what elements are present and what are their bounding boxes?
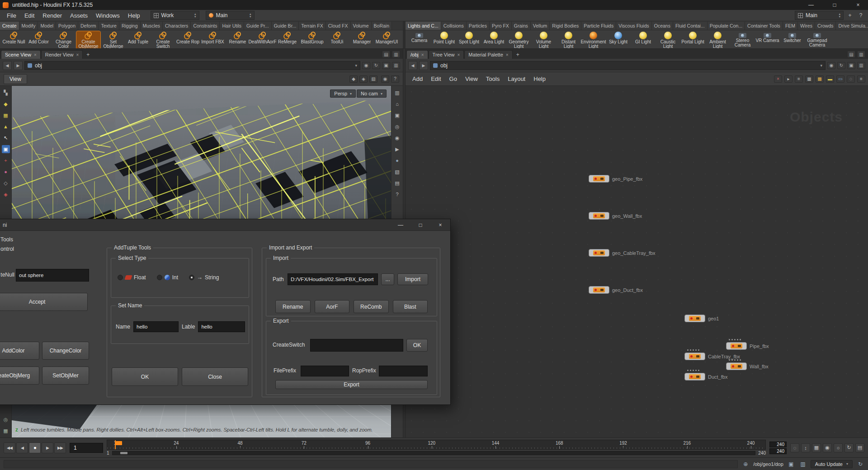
shelf-tab-characters[interactable]: Characters: [163, 22, 191, 30]
pane-menu-icon[interactable]: ▤: [382, 51, 390, 58]
blast-button[interactable]: Blast: [393, 300, 428, 313]
play-reverse-button[interactable]: ◀: [16, 442, 28, 453]
playhead[interactable]: [115, 440, 116, 449]
shelf-tab-crowds[interactable]: Crowds: [815, 22, 836, 30]
close-tab-icon[interactable]: ×: [76, 52, 79, 57]
grid-toggle-icon[interactable]: ▦: [2, 427, 10, 435]
network-canvas[interactable]: Objects geo_Pipe_fbxgeo_Wall_fbxgeo_Cabl…: [406, 86, 868, 437]
timeline[interactable]: 124487296120144168192216240: [107, 440, 766, 450]
window-maximize-button[interactable]: □: [825, 0, 844, 10]
import-path-field[interactable]: D:/VFX/Houdini/02.Sim/FBX_Export: [288, 273, 378, 285]
ropprefix-field[interactable]: [379, 366, 428, 376]
shelf-tab-lights-and-c[interactable]: Lights and C...: [406, 22, 441, 30]
pane-split-icon[interactable]: ▥: [392, 51, 400, 58]
tool-stereo-camera[interactable]: Stereo Camera: [731, 31, 755, 48]
tool-geometry-light[interactable]: Geometry Light: [507, 31, 531, 48]
net-menu-layout[interactable]: Layout: [504, 74, 529, 84]
addtuple-close-button[interactable]: Close: [182, 367, 248, 386]
viewport-help-icon[interactable]: ?: [391, 75, 399, 83]
scene-spinner-icon[interactable]: ▴▾: [250, 13, 251, 18]
node-body[interactable]: [589, 175, 609, 183]
tool-ambient-light[interactable]: Ambient Light: [706, 31, 730, 48]
right-desktop-spinner-icon[interactable]: ▴▾: [839, 13, 840, 18]
show-handles-icon[interactable]: +: [2, 156, 10, 164]
net-menu-help[interactable]: Help: [529, 74, 550, 84]
material-shade-icon[interactable]: ●: [393, 156, 401, 164]
shelf-tab-fluid-contai[interactable]: Fluid Contai...: [673, 22, 708, 30]
node-wall-fbx[interactable]: Wall_fbx: [726, 362, 769, 370]
view-tool-button[interactable]: View: [4, 74, 27, 84]
select-objects-icon[interactable]: ◇: [2, 179, 10, 187]
select-arrow-icon[interactable]: ↖: [2, 134, 10, 142]
network-path-field[interactable]: obj ▾: [430, 61, 826, 70]
window-minimize-button[interactable]: —: [801, 0, 821, 10]
shelf-tab-polygon[interactable]: Polygon: [56, 22, 78, 30]
projection-selector[interactable]: Persp ▾: [330, 89, 356, 98]
node-geo-wall-fbx[interactable]: geo_Wall_fbx: [589, 212, 642, 220]
shelf-tab-model[interactable]: Model: [38, 22, 56, 30]
node-pipe-fbx[interactable]: Pipe_fbx: [726, 342, 769, 350]
tool-rename[interactable]: Rename: [226, 31, 250, 45]
node-body[interactable]: [589, 212, 609, 220]
scene-selector[interactable]: Main ▴▾: [206, 11, 255, 20]
audio-sync-icon[interactable]: ◉: [823, 443, 832, 452]
camera-selector[interactable]: No cam ▾: [357, 89, 387, 98]
changecolor-button[interactable]: ChangeColor: [42, 342, 89, 360]
tab-tree-view[interactable]: Tree View×: [429, 50, 464, 59]
tool-manager[interactable]: Manager: [350, 31, 374, 45]
menu-render[interactable]: Render: [38, 11, 66, 20]
home-view-icon[interactable]: ⌂: [393, 100, 401, 108]
tool-managerui[interactable]: ManagerUI: [375, 31, 399, 45]
setobjmerge-button[interactable]: SetObjMer: [42, 367, 89, 385]
shelf-tab-cloud-fx[interactable]: Cloud FX: [326, 22, 351, 30]
scene-path-field[interactable]: obj ▾: [24, 61, 360, 70]
node-body[interactable]: [589, 286, 609, 294]
tool-gamepad-camera[interactable]: Gamepad Camera: [805, 31, 829, 48]
right-desktop-selector[interactable]: Main ▴▾: [795, 11, 844, 20]
tool-point-light[interactable]: Point Light: [432, 31, 456, 45]
snap-tool-icon[interactable]: ◈: [359, 75, 368, 83]
shelf-tab-vellum[interactable]: Vellum: [531, 22, 550, 30]
radio-float[interactable]: Float: [118, 274, 146, 281]
shelf-tab-hair-utils[interactable]: Hair Utils: [220, 22, 244, 30]
close-tab-icon[interactable]: ×: [421, 52, 424, 57]
forward-icon[interactable]: ▶: [419, 61, 428, 70]
snap-prims-icon[interactable]: ▲: [2, 122, 10, 131]
network-box-icon[interactable]: ▭: [836, 75, 844, 83]
tool-spot-light[interactable]: Spot Light: [457, 31, 481, 45]
createswitch-field[interactable]: [310, 339, 403, 352]
shelf-tab-deform[interactable]: Deform: [78, 22, 99, 30]
shelf-tab-fem[interactable]: FEM: [783, 22, 798, 30]
node-body[interactable]: [684, 315, 705, 322]
radio-int[interactable]: Int: [157, 274, 178, 281]
tool-blastgroup[interactable]: BlastGroup: [300, 31, 324, 45]
jump-end-button[interactable]: ▶▶: [54, 442, 66, 453]
list-view-icon[interactable]: ≡: [795, 75, 803, 83]
rename-button[interactable]: Rename: [275, 300, 311, 313]
tool-create-rop[interactable]: Create Rop: [176, 31, 200, 45]
export-button[interactable]: Export: [275, 380, 428, 389]
net-menu-edit[interactable]: Edit: [427, 74, 445, 84]
tool-camera[interactable]: Camera: [407, 31, 431, 43]
fileprefix-field[interactable]: [301, 366, 349, 376]
tool-change-color[interactable]: Change Color: [52, 31, 75, 48]
shelf-tab-drive-simula[interactable]: Drive Simula...: [836, 22, 868, 30]
handles-tool-icon[interactable]: ◆: [349, 75, 358, 83]
node-geo-cabletray-fbx[interactable]: geo_CableTray_fbx: [589, 249, 656, 257]
disconnect-tool-icon[interactable]: ×: [774, 75, 782, 83]
node-body[interactable]: [589, 249, 609, 257]
shelf-tab-populate-con[interactable]: Populate Con...: [708, 22, 745, 30]
dialog-minimize-button[interactable]: —: [391, 219, 410, 231]
snapshot-cam-icon[interactable]: ◎: [2, 415, 10, 423]
close-tab-icon[interactable]: ×: [34, 52, 37, 57]
radio-circle-icon[interactable]: [189, 275, 194, 280]
tool-create-null[interactable]: Create Null: [2, 31, 26, 45]
network-menu-icon[interactable]: ≡: [857, 75, 865, 83]
path-pin-icon[interactable]: ◉: [362, 62, 370, 69]
tool-remerge[interactable]: ReMerge: [275, 31, 299, 45]
name-field[interactable]: hello: [133, 321, 179, 332]
forward-icon[interactable]: ▶: [14, 61, 23, 70]
node-geo-duct-fbx[interactable]: geo_Duct_fbx: [589, 286, 643, 294]
shelf-tab-modify[interactable]: Modify: [19, 22, 38, 30]
wireframe-toggle-icon[interactable]: ▧: [393, 168, 401, 176]
